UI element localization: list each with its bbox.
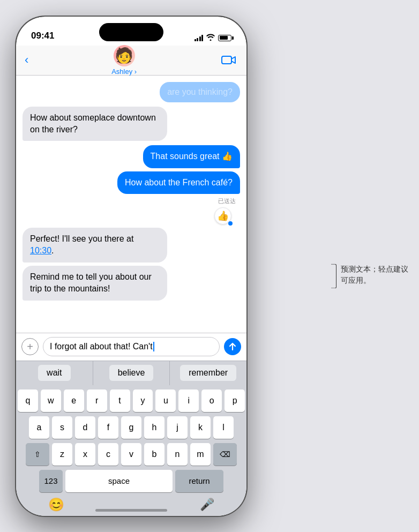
key-z[interactable]: z (52, 443, 72, 466)
key-f[interactable]: f (98, 416, 118, 439)
delete-key[interactable]: ⌫ (213, 443, 237, 466)
message-bubble-partial: are you thinking? (160, 82, 240, 102)
predictive-bar: wait believe remember (16, 361, 246, 385)
key-y[interactable]: y (133, 389, 153, 412)
message-bubble: How about someplace downtown on the rive… (23, 107, 167, 141)
emoji-button[interactable]: 😊 (48, 497, 64, 512)
key-n[interactable]: n (167, 443, 188, 466)
nav-header: ‹ 🧑 Ashley › (16, 46, 246, 76)
input-text: I forgot all about that! Can't (50, 342, 153, 351)
bottom-bar: 😊 🎤 (16, 498, 246, 516)
back-button[interactable]: ‹ (25, 54, 28, 66)
message-bubble: Perfect! I'll see you there at 10:30. (23, 228, 167, 263)
key-d[interactable]: d (75, 416, 95, 439)
key-s[interactable]: s (52, 416, 72, 439)
message-row: Remind me to tell you about our trip to … (23, 266, 240, 301)
status-time: 09:41 (31, 31, 54, 42)
microphone-button[interactable]: 🎤 (200, 498, 214, 512)
message-bubble: Remind me to tell you about our trip to … (23, 266, 167, 301)
contact-name: Ashley › (111, 68, 137, 76)
input-area: + I forgot all about that! Can't (16, 333, 246, 361)
predictive-item-wait[interactable]: wait (16, 361, 93, 385)
messages-area: are you thinking? How about someplace do… (16, 76, 246, 334)
key-i[interactable]: i (178, 389, 199, 412)
annotation: 预测文本；轻点建议可应用。 (331, 264, 408, 288)
key-b[interactable]: b (144, 443, 164, 466)
key-l[interactable]: l (213, 416, 234, 439)
message-input[interactable]: I forgot all about that! Can't (43, 337, 220, 356)
message-bubble: That sounds great 👍 (143, 145, 240, 168)
key-r[interactable]: r (87, 389, 107, 412)
send-button[interactable] (224, 338, 241, 355)
key-p[interactable]: p (225, 389, 245, 412)
nav-center[interactable]: 🧑 Ashley › (111, 45, 137, 76)
message-row: Perfect! I'll see you there at 10:30. (23, 228, 240, 263)
key-x[interactable]: x (75, 443, 95, 466)
avatar: 🧑 (114, 45, 135, 66)
key-m[interactable]: m (190, 443, 211, 466)
key-q[interactable]: q (18, 389, 38, 412)
key-j[interactable]: j (167, 416, 188, 439)
annotation-bracket (331, 264, 336, 288)
annotation-text: 预测文本；轻点建议可应用。 (341, 264, 408, 286)
space-key[interactable]: space (65, 470, 173, 492)
svg-rect-0 (222, 56, 231, 64)
keyboard-row-3: ⇧ z x c v b n m ⌫ (18, 443, 245, 466)
signal-icon (194, 35, 204, 41)
battery-icon (218, 35, 231, 41)
home-indicator (95, 509, 167, 512)
reaction-dot (228, 221, 233, 226)
status-icons (194, 34, 232, 42)
dynamic-island (99, 23, 163, 41)
key-k[interactable]: k (190, 416, 211, 439)
keyboard-row-2: a s d f g h j k l (18, 416, 245, 439)
keyboard-row-1: q w e r t y u i o p (18, 389, 245, 412)
shift-key[interactable]: ⇧ (26, 443, 49, 466)
video-button[interactable] (220, 51, 238, 69)
key-g[interactable]: g (121, 416, 141, 439)
message-row: How about the French café? (23, 171, 240, 194)
back-chevron-icon: ‹ (25, 54, 28, 66)
add-button[interactable]: + (21, 338, 39, 355)
message-row: How about someplace downtown on the rive… (23, 107, 240, 141)
video-call-icon[interactable] (220, 51, 238, 69)
message-row: are you thinking? (23, 82, 240, 102)
key-o[interactable]: o (201, 389, 222, 412)
key-e[interactable]: e (64, 389, 84, 412)
message-row: That sounds great 👍 (23, 145, 240, 168)
return-key[interactable]: return (175, 470, 223, 492)
keyboard: q w e r t y u i o p a s d f g (16, 385, 246, 516)
key-t[interactable]: t (110, 389, 130, 412)
key-u[interactable]: u (155, 389, 176, 412)
keyboard-row-4: 123 space return (18, 470, 245, 492)
key-c[interactable]: c (98, 443, 118, 466)
key-v[interactable]: v (121, 443, 141, 466)
key-a[interactable]: a (29, 416, 49, 439)
key-h[interactable]: h (144, 416, 164, 439)
time-link[interactable]: 10:30 (30, 246, 51, 255)
message-bubble: How about the French café? (117, 171, 240, 194)
text-cursor (153, 342, 154, 351)
predictive-item-remember[interactable]: remember (170, 361, 246, 385)
reaction-row: 👍 (23, 207, 240, 224)
wifi-icon (206, 34, 215, 42)
numbers-key[interactable]: 123 (39, 470, 63, 492)
sent-status: 已送达 (23, 197, 236, 205)
key-w[interactable]: w (41, 389, 61, 412)
predictive-item-believe[interactable]: believe (93, 361, 170, 385)
